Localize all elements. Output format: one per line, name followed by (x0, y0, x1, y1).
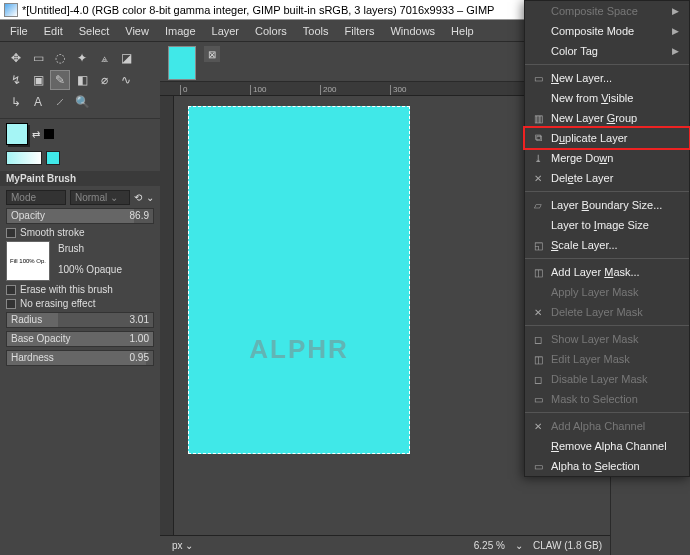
menu-edit[interactable]: Edit (38, 23, 69, 39)
zoom-display[interactable]: 6.25 % (474, 540, 505, 551)
ctx-item-icon: ◻ (531, 332, 545, 346)
ctx-item-icon: ▭ (531, 71, 545, 85)
menu-layer[interactable]: Layer (206, 23, 246, 39)
bucket-tool-icon[interactable]: ▣ (28, 70, 48, 90)
ctx-item-icon: ✕ (531, 419, 545, 433)
move-tool-icon[interactable]: ✥ (6, 48, 26, 68)
ctx-duplicate-layer[interactable]: ⧉Duplicate Layer (525, 128, 689, 148)
eraser-tool-icon[interactable]: ◧ (72, 70, 92, 90)
radius-slider[interactable]: Radius 3.01 (6, 312, 154, 328)
paintbrush-tool-icon[interactable]: ✎ (50, 70, 70, 90)
separator (525, 325, 689, 326)
ctx-new-layer-[interactable]: ▭New Layer... (525, 68, 689, 88)
ctx-item-icon: ◱ (531, 238, 545, 252)
separator (525, 191, 689, 192)
reset-colors-icon[interactable] (44, 129, 54, 139)
ctx-add-alpha-channel: ✕Add Alpha Channel (525, 416, 689, 436)
menu-colors[interactable]: Colors (249, 23, 293, 39)
ctx-add-layer-mask-[interactable]: ◫Add Layer Mask... (525, 262, 689, 282)
statusbar: px ⌄ 6.25 % ⌄ CLAW (1.8 GB) (160, 535, 610, 555)
ctx-layer-to-image-size[interactable]: Layer to Image Size (525, 215, 689, 235)
ctx-item-icon: ✕ (531, 171, 545, 185)
lasso-tool-icon[interactable]: ◌ (50, 48, 70, 68)
ctx-edit-layer-mask: ◫Edit Layer Mask (525, 349, 689, 369)
foreground-color[interactable] (6, 123, 28, 145)
hardness-slider[interactable]: Hardness 0.95 (6, 350, 154, 366)
menu-file[interactable]: File (4, 23, 34, 39)
separator (525, 258, 689, 259)
ctx-item-icon: ◻ (531, 372, 545, 386)
color-swatches[interactable]: ⇄ (0, 119, 160, 149)
ctx-item-icon: ✕ (531, 305, 545, 319)
submenu-arrow-icon: ▶ (672, 46, 679, 56)
wand-tool-icon[interactable]: ✦ (72, 48, 92, 68)
crop-tool-icon[interactable]: ⟁ (94, 48, 114, 68)
smooth-stroke-checkbox[interactable] (6, 228, 16, 238)
menu-view[interactable]: View (119, 23, 155, 39)
noerase-checkbox[interactable] (6, 299, 16, 309)
ctx-layer-boundary-size-[interactable]: ▱Layer Boundary Size... (525, 195, 689, 215)
opacity-slider[interactable]: Opacity 86.9 (6, 208, 154, 224)
erase-checkbox[interactable] (6, 285, 16, 295)
ctx-item-icon: ◫ (531, 265, 545, 279)
close-document-icon[interactable]: ⊠ (204, 46, 220, 62)
layer-context-menu: Composite Space▶Composite Mode▶Color Tag… (524, 0, 690, 477)
tool-options-title: MyPaint Brush (0, 171, 160, 186)
swap-colors-icon[interactable]: ⇄ (32, 129, 40, 140)
watermark-text: ALPHR (249, 334, 349, 365)
submenu-arrow-icon: ▶ (672, 6, 679, 16)
ctx-item-icon: ▭ (531, 392, 545, 406)
ctx-delete-layer[interactable]: ✕Delete Layer (525, 168, 689, 188)
ctx-remove-alpha-channel[interactable]: Remove Alpha Channel (525, 436, 689, 456)
ctx-item-icon: ▥ (531, 111, 545, 125)
path-tool-icon[interactable]: ↳ (6, 92, 26, 112)
text-tool-icon[interactable]: A (28, 92, 48, 112)
ctx-merge-down[interactable]: ⤓Merge Down (525, 148, 689, 168)
reset-icon[interactable]: ⟲ (134, 192, 142, 203)
document-thumbnail[interactable] (168, 46, 196, 80)
submenu-arrow-icon: ▶ (672, 26, 679, 36)
ctx-color-tag[interactable]: Color Tag▶ (525, 41, 689, 61)
gimp-logo-icon (4, 3, 18, 17)
transform-tool-icon[interactable]: ◪ (116, 48, 136, 68)
clone-tool-icon[interactable]: ⌀ (94, 70, 114, 90)
menu-windows[interactable]: Windows (384, 23, 441, 39)
ctx-item-icon: ⧉ (531, 131, 545, 145)
menu-select[interactable]: Select (73, 23, 116, 39)
ctx-composite-mode[interactable]: Composite Mode▶ (525, 21, 689, 41)
window-title: *[Untitled]-4.0 (RGB color 8-bit gamma i… (22, 4, 494, 16)
active-pattern[interactable] (46, 151, 60, 165)
toolbox: ✥ ▭ ◌ ✦ ⟁ ◪ ↯ ▣ ✎ ◧ ⌀ ∿ ↳ A ⟋ 🔍 (0, 42, 160, 119)
smudge-tool-icon[interactable]: ∿ (116, 70, 136, 90)
left-panel: ✥ ▭ ◌ ✦ ⟁ ◪ ↯ ▣ ✎ ◧ ⌀ ∿ ↳ A ⟋ 🔍 ⇄ MyPain… (0, 42, 160, 555)
menu-help[interactable]: Help (445, 23, 480, 39)
ctx-apply-layer-mask: Apply Layer Mask (525, 282, 689, 302)
ctx-disable-layer-mask: ◻Disable Layer Mask (525, 369, 689, 389)
ctx-mask-to-selection: ▭Mask to Selection (525, 389, 689, 409)
ctx-item-icon: ⤓ (531, 151, 545, 165)
mode-select[interactable]: Mode (6, 190, 66, 205)
ctx-alpha-to-selection[interactable]: ▭Alpha to Selection (525, 456, 689, 476)
blend-select[interactable]: Normal ⌄ (70, 190, 130, 205)
warp-tool-icon[interactable]: ↯ (6, 70, 26, 90)
brush-preview[interactable]: Fill 100% Op. (6, 241, 50, 281)
ctx-new-from-visible[interactable]: New from Visible (525, 88, 689, 108)
rect-select-icon[interactable]: ▭ (28, 48, 48, 68)
ctx-item-icon: ▱ (531, 198, 545, 212)
active-gradient[interactable] (6, 151, 42, 165)
ctx-delete-layer-mask: ✕Delete Layer Mask (525, 302, 689, 322)
ctx-item-icon: ◫ (531, 352, 545, 366)
chevron-down-icon[interactable]: ⌄ (146, 192, 154, 203)
menu-tools[interactable]: Tools (297, 23, 335, 39)
ctx-composite-space: Composite Space▶ (525, 1, 689, 21)
ctx-item-icon: ▭ (531, 459, 545, 473)
menu-filters[interactable]: Filters (339, 23, 381, 39)
base-opacity-slider[interactable]: Base Opacity 1.00 (6, 331, 154, 347)
ctx-scale-layer-[interactable]: ◱Scale Layer... (525, 235, 689, 255)
separator (525, 64, 689, 65)
ctx-new-layer-group[interactable]: ▥New Layer Group (525, 108, 689, 128)
canvas[interactable]: ALPHR (188, 106, 410, 454)
menu-image[interactable]: Image (159, 23, 202, 39)
zoom-tool-icon[interactable]: 🔍 (72, 92, 92, 112)
measure-tool-icon[interactable]: ⟋ (50, 92, 70, 112)
